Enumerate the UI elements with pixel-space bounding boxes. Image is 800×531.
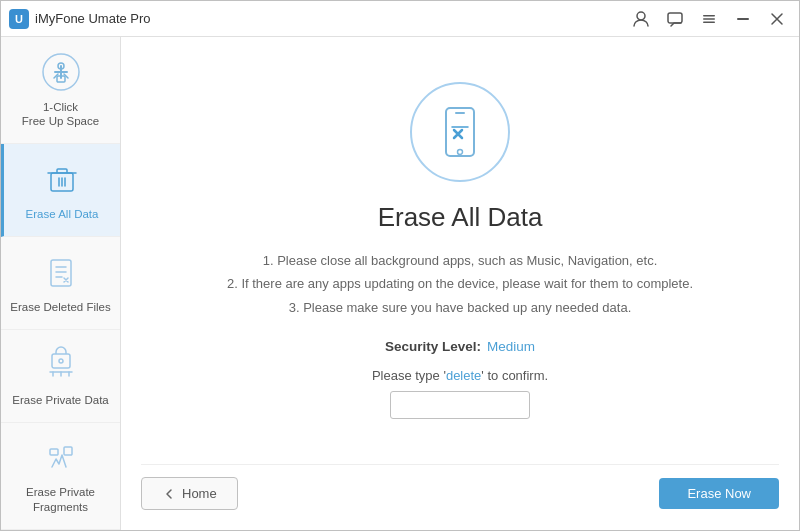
instructions: 1. Please close all background apps, suc… <box>227 249 693 319</box>
free-up-space-label: 1-ClickFree Up Space <box>22 100 99 130</box>
sidebar-item-erase-all-data[interactable]: Erase All Data <box>1 144 120 237</box>
sidebar-item-erase-private-data[interactable]: Erase Private Data <box>1 330 120 423</box>
phone-erase-icon <box>430 102 490 162</box>
delete-word: delete <box>446 368 481 383</box>
confirm-row: Please type 'delete' to confirm. <box>372 368 548 419</box>
instruction-3: 3. Please make sure you have backed up a… <box>227 296 693 319</box>
window-controls <box>627 5 791 33</box>
svg-point-0 <box>637 12 645 20</box>
sidebar-item-free-up-space[interactable]: 1-ClickFree Up Space <box>1 37 120 144</box>
svg-rect-5 <box>737 18 749 20</box>
svg-rect-11 <box>52 354 70 368</box>
erase-private-data-label: Erase Private Data <box>12 393 109 408</box>
security-level-link[interactable]: Medium <box>487 339 535 354</box>
title-bar: U iMyFone Umate Pro <box>1 1 799 37</box>
home-button[interactable]: Home <box>141 477 238 510</box>
confirm-input[interactable] <box>390 391 530 419</box>
erase-all-data-icon <box>40 158 84 201</box>
svg-rect-3 <box>703 18 715 20</box>
sidebar-item-erase-deleted-files[interactable]: Erase Deleted Files <box>1 237 120 330</box>
free-up-space-icon <box>39 51 83 94</box>
instruction-2: 2. If there are any apps updating on the… <box>227 272 693 295</box>
phone-icon-container <box>410 82 510 182</box>
erase-button-label: Erase Now <box>687 486 751 501</box>
svg-rect-1 <box>668 13 682 23</box>
erase-private-fragments-label: Erase Private Fragments <box>9 485 112 515</box>
app-logo: U <box>9 9 29 29</box>
app-title: iMyFone Umate Pro <box>35 11 627 26</box>
home-arrow-icon <box>162 487 176 501</box>
erase-private-fragments-icon <box>39 437 83 480</box>
menu-button[interactable] <box>695 5 723 33</box>
sidebar: 1-ClickFree Up Space Erase All Data <box>1 37 121 530</box>
security-level-label: Security Level: <box>385 339 481 354</box>
svg-point-12 <box>59 359 63 363</box>
page-title: Erase All Data <box>378 202 543 233</box>
svg-rect-14 <box>64 447 72 455</box>
erase-private-data-icon <box>39 344 83 387</box>
content-footer: Home Erase Now <box>141 464 779 510</box>
home-button-label: Home <box>182 486 217 501</box>
content-main: Erase All Data 1. Please close all backg… <box>141 57 779 464</box>
minimize-button[interactable] <box>729 5 757 33</box>
erase-deleted-files-icon <box>39 251 83 294</box>
svg-point-16 <box>458 149 463 154</box>
sidebar-item-erase-private-fragments[interactable]: Erase Private Fragments <box>1 423 120 530</box>
svg-rect-2 <box>703 15 715 17</box>
erase-all-data-label: Erase All Data <box>26 207 99 222</box>
erase-deleted-files-label: Erase Deleted Files <box>10 300 110 315</box>
erase-now-button[interactable]: Erase Now <box>659 478 779 509</box>
main-area: 1-ClickFree Up Space Erase All Data <box>1 37 799 530</box>
instruction-1: 1. Please close all background apps, suc… <box>227 249 693 272</box>
content-area: Erase All Data 1. Please close all backg… <box>121 37 799 530</box>
chat-button[interactable] <box>661 5 689 33</box>
svg-rect-4 <box>703 21 715 23</box>
security-level-row: Security Level: Medium <box>385 339 535 354</box>
close-button[interactable] <box>763 5 791 33</box>
svg-rect-13 <box>50 449 58 455</box>
confirm-prompt: Please type 'delete' to confirm. <box>372 368 548 383</box>
account-button[interactable] <box>627 5 655 33</box>
